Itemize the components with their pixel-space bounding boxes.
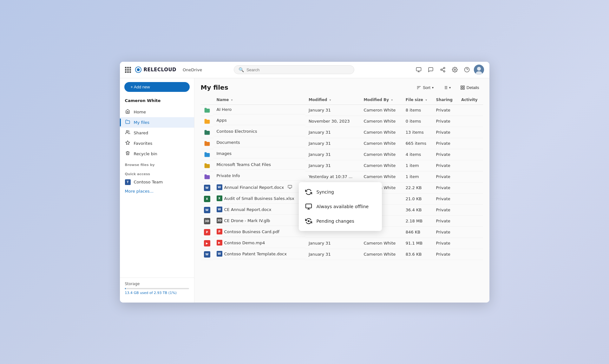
tooltip-always-available[interactable]: Always available offline [299, 199, 382, 214]
row-activity [458, 127, 483, 138]
row-sharing: Private [433, 116, 458, 127]
row-name[interactable]: 3DCE Drone - Mark IV.glb [213, 215, 305, 226]
help-icon-button[interactable] [462, 65, 472, 75]
row-modified-by: Cameron White [360, 127, 402, 138]
row-sharing: Private [433, 127, 458, 138]
svg-rect-1 [416, 67, 421, 71]
sidebar-item-favorites[interactable]: Favorites [120, 138, 194, 149]
table-row[interactable]: WWContoso Patent Template.docxJanuary 31… [201, 249, 483, 260]
row-name-text: Private Info [217, 173, 240, 178]
details-button[interactable]: Details [456, 83, 483, 92]
row-modified-by: Cameron White [360, 238, 402, 249]
monitor-icon-button[interactable] [414, 65, 424, 75]
logo-area: RELECLOUD [135, 66, 177, 73]
row-sharing: Private [433, 193, 458, 204]
row-name[interactable]: Documents [213, 138, 305, 147]
row-modified-by: Cameron White [360, 149, 402, 160]
row-activity [458, 105, 483, 116]
svg-rect-29 [461, 88, 462, 89]
row-icon-cell: W [201, 204, 213, 215]
row-name-text: Contoso Business Card.pdf [224, 229, 279, 234]
view-button[interactable]: ▾ [440, 83, 454, 92]
row-name[interactable]: Contoso Electronics [213, 127, 305, 136]
row-name[interactable]: XAudit of Small Business Sales.xlsx [213, 193, 305, 204]
recycle-bin-label: Recycle bin [134, 151, 157, 156]
row-activity [458, 171, 483, 182]
th-sharing: Sharing [433, 95, 458, 105]
search-bar[interactable]: 🔍 [234, 65, 354, 74]
row-size: 1 item [403, 160, 433, 171]
row-sharing: Private [433, 249, 458, 260]
row-name[interactable]: WContoso Patent Template.docx [213, 249, 305, 259]
row-name[interactable]: Microsoft Teams Chat Files [213, 160, 305, 169]
row-name[interactable]: Images [213, 149, 305, 158]
row-modified: January 31 [305, 149, 361, 160]
svg-rect-30 [288, 185, 292, 188]
syncing-label: Syncing [317, 189, 334, 195]
chat-icon-button[interactable] [426, 65, 436, 75]
sidebar-item-recycle-bin[interactable]: Recycle bin [120, 149, 194, 159]
app-launcher-icon[interactable] [125, 67, 131, 73]
storage-info: 13.4 GB used of 2.93 TB (1%) [125, 291, 189, 295]
page-title: My files [201, 84, 228, 91]
sync-status-icon[interactable] [288, 185, 292, 190]
svg-line-8 [442, 68, 444, 69]
table-row[interactable]: ▶▶Contoso Demo.mp4January 31Cameron Whit… [201, 238, 483, 249]
th-modified[interactable]: Modified ▾ [305, 95, 361, 105]
row-icon-cell: W [201, 249, 213, 260]
row-name[interactable]: Apps [213, 116, 305, 125]
sidebar-item-home[interactable]: Home [120, 107, 194, 117]
add-new-button[interactable]: + Add new [124, 82, 190, 92]
contoso-team-item[interactable]: T Contoso Team [120, 177, 194, 187]
row-name-text: Contoso Demo.mp4 [224, 240, 265, 245]
header-actions: Sort ▾ ▾ Details [413, 83, 483, 92]
row-name[interactable]: Private Info [213, 171, 305, 181]
search-input[interactable] [246, 67, 350, 72]
row-name[interactable]: WAnnual Financial Report.docx [213, 182, 305, 193]
table-row[interactable]: AI HeroJanuary 31Cameron White8 itemsPri… [201, 105, 483, 116]
table-row[interactable]: Microsoft Teams Chat FilesJanuary 31Came… [201, 160, 483, 171]
row-name[interactable]: PContoso Business Card.pdf [213, 227, 305, 237]
tooltip-pending-changes[interactable]: Pending changes [299, 214, 382, 228]
row-modified-by: Cameron White [360, 160, 402, 171]
sidebar: + Add new Cameron White Home My files [120, 78, 194, 303]
monitor-icon [416, 67, 422, 73]
svg-point-13 [477, 67, 481, 71]
table-row[interactable]: DocumentsJanuary 31Cameron White665 item… [201, 138, 483, 149]
share-icon-button[interactable] [438, 65, 448, 75]
row-activity [458, 227, 483, 238]
row-activity [458, 193, 483, 204]
table-row[interactable]: ImagesJanuary 31Cameron White4 itemsPriv… [201, 149, 483, 160]
settings-icon-button[interactable] [450, 65, 460, 75]
row-name-text: Microsoft Teams Chat Files [217, 162, 271, 167]
table-row[interactable]: Private InfoYesterday at 10:37 ...Camero… [201, 171, 483, 182]
tooltip-syncing[interactable]: Syncing [299, 185, 382, 199]
row-modified-by: Cameron White [360, 116, 402, 127]
sync-status-popup: Syncing Always available offline Pending… [299, 182, 382, 231]
row-size: 665 items [403, 138, 433, 149]
row-name[interactable]: AI Hero [213, 105, 305, 114]
row-name[interactable]: WCE Annual Report.docx [213, 204, 305, 215]
table-row[interactable]: AppsNovember 30, 2023Cameron White0 item… [201, 116, 483, 127]
th-modified-by[interactable]: Modified By ▾ [360, 95, 402, 105]
th-name[interactable]: Name ▾ [213, 95, 305, 105]
file-table: Name ▾ Modified ▾ Modified By ▾ [201, 95, 483, 260]
details-icon [460, 85, 465, 90]
sidebar-item-my-files[interactable]: My files [120, 117, 194, 128]
modified-sort-icon: ▾ [330, 98, 331, 102]
row-name-text: Documents [217, 140, 240, 145]
list-view-icon [443, 85, 448, 90]
row-name[interactable]: ▶Contoso Demo.mp4 [213, 238, 305, 248]
contoso-team-icon: T [125, 179, 131, 185]
row-size: 13 items [403, 127, 433, 138]
table-row[interactable]: Contoso ElectronicsJanuary 31Cameron Whi… [201, 127, 483, 138]
th-file-size[interactable]: File size ▾ [403, 95, 433, 105]
avatar[interactable] [474, 65, 484, 75]
more-places-link[interactable]: More places... [120, 187, 194, 195]
share-icon [440, 67, 446, 73]
row-size: 83.6 KB [403, 249, 433, 260]
row-modified: November 30, 2023 [305, 116, 361, 127]
row-icon-cell: P [201, 227, 213, 238]
sidebar-item-shared[interactable]: Shared [120, 128, 194, 138]
sort-button[interactable]: Sort ▾ [413, 83, 437, 92]
